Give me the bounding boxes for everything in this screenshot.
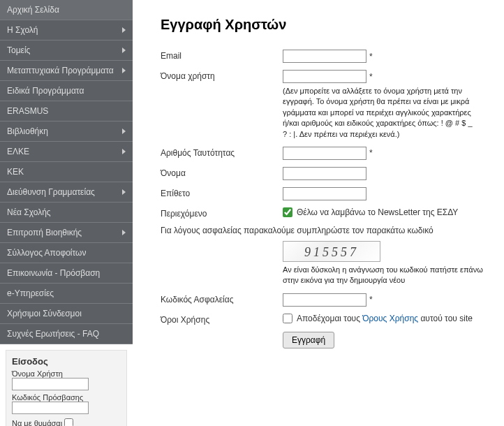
sidebar-item-label: Συχνές Ερωτήσεις - FAQ [7, 329, 99, 339]
sidebar-item-label: Σύλλογος Αποφοίτων [7, 248, 86, 258]
sidebar-item-label: Χρήσιμοι Σύνδεσμοι [7, 309, 82, 318]
terms-checkbox[interactable] [283, 314, 292, 323]
required-marker: * [369, 72, 373, 82]
sidebar-item-label: Νέα Σχολής [7, 207, 51, 217]
firstname-label: Όνομα [161, 167, 283, 178]
sidebar-item-label: Ειδικά Προγράμματα [7, 86, 84, 96]
chevron-right-icon [122, 128, 126, 134]
id-input[interactable] [283, 147, 366, 160]
terms-label: Όροι Χρήσης [161, 314, 283, 325]
login-box: Είσοδος Όνομα Χρήστη Κωδικός Πρόσβασης Ν… [6, 350, 127, 426]
sidebar-item-7[interactable]: ΕΛΚΕ [0, 142, 133, 162]
login-password-input[interactable] [12, 402, 89, 414]
main-content: Εγγραφή Χρηστών Email * Όνομα χρήστη * (… [133, 0, 504, 426]
page-title: Εγγραφή Χρηστών [161, 17, 490, 33]
required-marker: * [369, 52, 373, 61]
sidebar-item-15[interactable]: Χρήσιμοι Σύνδεσμοι [0, 304, 133, 324]
login-user-label: Όνομα Χρήστη [12, 369, 121, 378]
terms-link[interactable]: Όρους Χρήσης [362, 314, 418, 323]
chevron-right-icon [122, 230, 126, 235]
email-label: Email [161, 50, 283, 61]
register-button[interactable]: Εγγραφή [283, 332, 334, 348]
lastname-label: Επίθετο [161, 187, 283, 198]
firstname-input[interactable] [283, 167, 366, 180]
login-pass-label: Κωδικός Πρόσβασης [12, 393, 121, 402]
sidebar-item-13[interactable]: Επικοινωνία - Πρόσβαση [0, 263, 133, 284]
sidebar-item-5[interactable]: ERASMUS [0, 101, 133, 122]
sidebar-item-label: Επιτροπή Βιοηθικής [7, 228, 82, 237]
sidebar-item-14[interactable]: e-Υπηρεσίες [0, 284, 133, 304]
sidebar-item-12[interactable]: Σύλλογος Αποφοίτων [0, 243, 133, 263]
login-username-input[interactable] [12, 378, 89, 390]
seccode-input[interactable] [283, 293, 366, 307]
login-remember-label: Να με θυμάσαι [12, 419, 62, 427]
username-label: Όνομα χρήστη [161, 70, 283, 81]
chevron-right-icon [122, 27, 126, 33]
terms-prefix: Αποδέχομαι τους [297, 314, 362, 323]
chevron-right-icon [122, 149, 126, 154]
sidebar-item-label: ΕΛΚΕ [7, 147, 29, 156]
terms-text: Αποδέχομαι τους Όρους Χρήσης αυτού του s… [297, 314, 473, 323]
chevron-right-icon [122, 68, 126, 73]
sidebar-item-9[interactable]: Διεύθυνση Γραμματείας [0, 182, 133, 203]
sidebar-nav: Αρχική ΣελίδαΗ ΣχολήΤομείςΜεταπτυχιακά Π… [0, 0, 133, 344]
newsletter-text: Θέλω να λαμβάνω το NewsLetter της ΕΣΔΥ [297, 207, 458, 217]
seccode-label: Κωδικός Ασφαλείας [161, 293, 283, 304]
login-remember-checkbox[interactable] [64, 418, 73, 426]
login-title: Είσοδος [12, 356, 121, 367]
sidebar-item-label: ΚΕΚ [7, 167, 24, 177]
sidebar-item-10[interactable]: Νέα Σχολής [0, 203, 133, 223]
sidebar-item-6[interactable]: Βιβλιοθήκη [0, 122, 133, 142]
sidebar-item-4[interactable]: Ειδικά Προγράμματα [0, 81, 133, 101]
lastname-input[interactable] [283, 187, 366, 200]
sidebar-item-0[interactable]: Αρχική Σελίδα [0, 0, 133, 20]
sidebar-item-label: Η Σχολή [7, 25, 38, 35]
sidebar-item-label: Βιβλιοθήκη [7, 126, 48, 136]
username-hint: (Δεν μπορείτε να αλλάξετε το όνομα χρήστ… [283, 86, 478, 140]
sidebar-item-label: Μεταπτυχιακά Προγράμματα [7, 66, 114, 75]
email-input[interactable] [283, 50, 366, 63]
chevron-right-icon [122, 189, 126, 195]
sidebar-item-label: ERASMUS [7, 106, 48, 116]
sidebar-item-1[interactable]: Η Σχολή [0, 20, 133, 41]
newsletter-checkbox[interactable] [283, 207, 292, 217]
username-input[interactable] [283, 70, 366, 83]
sidebar-item-3[interactable]: Μεταπτυχιακά Προγράμματα [0, 61, 133, 81]
id-label: Αριθμός Ταυτότητας [161, 147, 283, 158]
sidebar-item-2[interactable]: Τομείς [0, 41, 133, 61]
sidebar-item-8[interactable]: ΚΕΚ [0, 162, 133, 182]
sidebar-item-label: Επικοινωνία - Πρόσβαση [7, 268, 100, 278]
security-note: Για λόγους ασφαλείας παρακαλούμε συμπληρ… [161, 226, 490, 235]
required-marker: * [369, 295, 373, 304]
sidebar-item-label: Τομείς [7, 45, 30, 55]
content-label: Περιεχόμενο [161, 207, 283, 219]
sidebar-item-label: Αρχική Σελίδα [7, 5, 59, 15]
sidebar-item-label: e-Υπηρεσίες [7, 288, 54, 298]
sidebar-item-11[interactable]: Επιτροπή Βιοηθικής [0, 223, 133, 243]
captcha-hint: Αν είναι δύσκολη η ανάγνωση του κωδικού … [283, 265, 490, 286]
required-marker: * [369, 148, 373, 158]
captcha-image[interactable]: 915557 [283, 241, 380, 262]
sidebar-item-label: Διεύθυνση Γραμματείας [7, 187, 95, 197]
sidebar-item-16[interactable]: Συχνές Ερωτήσεις - FAQ [0, 324, 133, 344]
terms-suffix: αυτού του site [418, 314, 473, 323]
chevron-right-icon [122, 47, 126, 53]
